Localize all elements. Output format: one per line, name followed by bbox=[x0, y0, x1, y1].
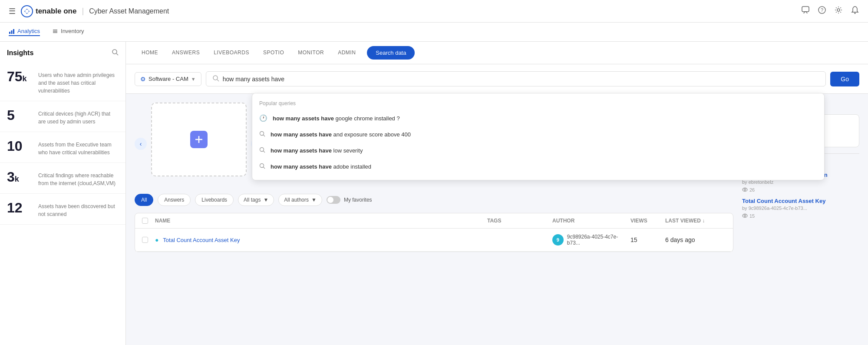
autocomplete-text-3: how many assets have adobe installed bbox=[271, 163, 371, 170]
add-card-icon bbox=[190, 131, 208, 148]
svg-point-13 bbox=[112, 50, 117, 54]
filter-bar: All Answers Liveboards All tags ▼ All au… bbox=[135, 194, 733, 206]
svg-point-19 bbox=[260, 148, 264, 152]
nav-admin[interactable]: ADMIN bbox=[331, 42, 363, 64]
nav-answers[interactable]: ANSWERS bbox=[165, 42, 207, 64]
inventory-nav[interactable]: Inventory bbox=[52, 28, 84, 36]
autocomplete-text-1: how many assets have and exposure score … bbox=[271, 131, 411, 138]
insight-text-3: Critical findings where reachable from t… bbox=[38, 169, 119, 187]
svg-rect-7 bbox=[9, 32, 10, 34]
autocomplete-item-3[interactable]: how many assets have adobe installed bbox=[252, 159, 824, 175]
my-favorites-label: My favorites bbox=[344, 197, 372, 203]
insight-text-2: Assets from the Executive team who have … bbox=[38, 138, 119, 156]
autocomplete-text-0: how many assets have google chrome insta… bbox=[273, 115, 400, 122]
autocomplete-text-2: how many assets have low severity bbox=[271, 147, 363, 154]
col-last-viewed: Last viewed ↓ bbox=[665, 218, 726, 224]
content-top-nav: HOME ANSWERS LIVEBOARDS SPOTIO MONITOR A… bbox=[126, 42, 868, 64]
nav-divider: | bbox=[82, 7, 84, 16]
inventory-label: Inventory bbox=[61, 28, 84, 34]
search-area: ⚙ Software - CAM ▼ Go Popular queries 🕐 bbox=[126, 64, 868, 94]
autocomplete-item-0[interactable]: 🕐 how many assets have google chrome ins… bbox=[252, 110, 824, 126]
sidebar-title: Insights bbox=[7, 49, 33, 57]
my-favorites-toggle[interactable] bbox=[327, 196, 340, 204]
row-checkbox[interactable] bbox=[142, 237, 148, 243]
settings-icon[interactable] bbox=[834, 6, 843, 17]
row-views-cell: 15 bbox=[630, 236, 665, 243]
insight-card-4[interactable]: 12 Assets have been discovered but not s… bbox=[0, 194, 125, 225]
notification-icon[interactable] bbox=[851, 6, 859, 17]
svg-line-20 bbox=[264, 151, 265, 153]
autocomplete-item-1[interactable]: how many assets have and exposure score … bbox=[252, 126, 824, 143]
main-layout: Insights 75k Users who have admin privil… bbox=[0, 42, 868, 345]
sidebar: Insights 75k Users who have admin privil… bbox=[0, 42, 126, 345]
svg-point-6 bbox=[855, 13, 856, 14]
answer-views-0: 26 bbox=[742, 187, 859, 192]
insight-card-1[interactable]: 5 Critical devices (high ACR) that are u… bbox=[0, 101, 125, 132]
nav-home[interactable]: HOME bbox=[135, 42, 165, 64]
answer-card-1: Total Count Account Asset Key by 9c98926… bbox=[742, 198, 859, 219]
svg-point-30 bbox=[744, 215, 746, 217]
autocomplete-history-icon: 🕐 bbox=[259, 114, 267, 122]
header-checkbox[interactable] bbox=[142, 218, 148, 224]
filter-liveboards-button[interactable]: Liveboards bbox=[195, 194, 234, 206]
autocomplete-rest-1: and exposure score above 400 bbox=[333, 131, 411, 138]
hamburger-menu[interactable]: ☰ bbox=[9, 7, 16, 16]
filter-authors-select[interactable]: All authors ▼ bbox=[278, 194, 322, 206]
filter-tags-label: All tags bbox=[244, 197, 261, 203]
insight-card-2[interactable]: 10 Assets from the Executive team who ha… bbox=[0, 132, 125, 163]
help-icon[interactable]: ? bbox=[818, 6, 826, 17]
inventory-icon bbox=[52, 28, 58, 34]
autocomplete-rest-2: low severity bbox=[333, 147, 363, 154]
app-title: Cyber Asset Management bbox=[89, 7, 169, 15]
autocomplete-bold-1: how many assets have bbox=[271, 131, 332, 138]
filter-answers-button[interactable]: Answers bbox=[158, 194, 191, 206]
insight-card-3[interactable]: 3k Critical findings where reachable fro… bbox=[0, 163, 125, 194]
table-header: Name Tags Author Views Last viewed ↓ bbox=[135, 213, 733, 229]
nav-spotio[interactable]: SPOTIO bbox=[256, 42, 291, 64]
row-last-viewed-cell: 6 days ago bbox=[665, 236, 726, 243]
top-nav-actions: ? bbox=[801, 6, 859, 17]
filter-all-button[interactable]: All bbox=[135, 194, 153, 206]
nav-monitor[interactable]: MONITOR bbox=[291, 42, 331, 64]
chat-icon[interactable] bbox=[801, 6, 810, 17]
search-data-button[interactable]: Search data bbox=[367, 46, 415, 60]
row-author-cell: 9 9c98926a-4025-4c7e-b73... bbox=[552, 234, 630, 246]
svg-point-27 bbox=[743, 188, 747, 192]
autocomplete-rest-0: google chrome installed ? bbox=[336, 115, 400, 122]
analytics-nav[interactable]: Analytics bbox=[9, 28, 40, 36]
svg-line-16 bbox=[217, 80, 219, 81]
svg-line-18 bbox=[264, 135, 265, 137]
search-row: ⚙ Software - CAM ▼ Go bbox=[135, 71, 859, 86]
svg-rect-8 bbox=[11, 30, 13, 34]
search-input-wrap bbox=[206, 71, 826, 86]
col-name: Name bbox=[155, 218, 487, 224]
source-selector[interactable]: ⚙ Software - CAM ▼ bbox=[135, 72, 201, 86]
nav-liveboards[interactable]: LIVEBOARDS bbox=[207, 42, 256, 64]
col-views: Views bbox=[630, 218, 665, 224]
autocomplete-search-icon-3 bbox=[259, 163, 265, 170]
answer-name-1[interactable]: Total Count Account Asset Key bbox=[742, 198, 859, 204]
insight-text-4: Assets have been discovered but not scan… bbox=[38, 200, 119, 218]
logo-icon bbox=[21, 5, 33, 17]
autocomplete-item-2[interactable]: how many assets have low severity bbox=[252, 143, 824, 159]
svg-line-14 bbox=[116, 53, 118, 55]
svg-text:?: ? bbox=[821, 7, 823, 13]
add-card[interactable] bbox=[151, 103, 247, 176]
source-label: Software - CAM bbox=[149, 76, 188, 82]
sidebar-search-icon[interactable] bbox=[112, 49, 119, 57]
results-table: Name Tags Author Views Last viewed ↓ bbox=[135, 213, 733, 252]
search-magnifier-icon bbox=[212, 75, 219, 83]
insight-number-0: 75k bbox=[7, 69, 33, 85]
row-name-link[interactable]: Total Count Account Asset Key bbox=[163, 237, 240, 243]
carousel-prev-button[interactable]: ‹ bbox=[135, 138, 147, 150]
insight-number-4: 12 bbox=[7, 200, 33, 216]
insight-card-0[interactable]: 75k Users who have admin privileges and … bbox=[0, 63, 125, 101]
go-button[interactable]: Go bbox=[830, 72, 859, 86]
filter-authors-chevron-icon: ▼ bbox=[311, 197, 317, 203]
search-input[interactable] bbox=[223, 76, 820, 83]
insight-text-1: Critical devices (high ACR) that are use… bbox=[38, 107, 119, 126]
svg-point-21 bbox=[260, 164, 264, 168]
eye-icon-a0 bbox=[742, 187, 748, 192]
filter-tags-select[interactable]: All tags ▼ bbox=[238, 194, 274, 206]
my-favorites-toggle-wrap: My favorites bbox=[327, 196, 372, 204]
